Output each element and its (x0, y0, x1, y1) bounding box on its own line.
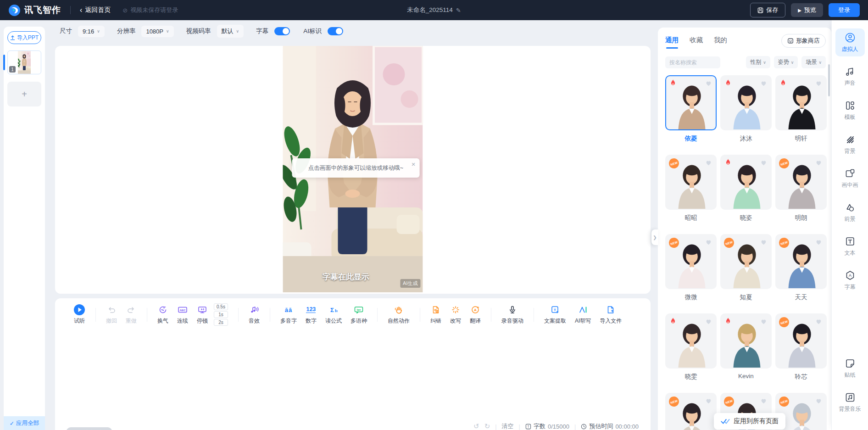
continuous-button[interactable]: ABC 连续 (177, 304, 188, 325)
heart-icon[interactable] (815, 159, 823, 166)
sound-effect-button[interactable]: 音效 (249, 304, 260, 325)
avatar-item[interactable]: NEW 聆芯 (775, 313, 827, 381)
redo-button[interactable]: 重做 (126, 304, 137, 325)
avatar-item[interactable]: NEW 昭昭 (665, 155, 717, 222)
save-button[interactable]: 保存 (750, 3, 785, 17)
avatar-card[interactable]: NEW (775, 155, 827, 210)
filter-gender[interactable]: 性别∨ (746, 56, 770, 68)
heart-icon[interactable] (705, 238, 712, 246)
heart-icon[interactable] (815, 318, 823, 325)
rail-item-text[interactable]: 文本 (835, 232, 865, 260)
avatar-card[interactable]: NEW (775, 75, 827, 130)
panel-scrollbar[interactable] (828, 64, 830, 96)
clear-button[interactable]: 清空 (502, 422, 514, 430)
pause-button[interactable]: 停顿 (197, 304, 208, 325)
rail-item-pip[interactable]: 画中画 (835, 164, 865, 192)
avatar-card[interactable]: NEW (775, 313, 827, 369)
heart-icon[interactable] (815, 79, 823, 87)
avatar-item[interactable]: NEW 依菱 (665, 75, 717, 143)
subtitle-toggle[interactable] (274, 27, 290, 35)
apply-all-button[interactable]: ✓ 应用全部 (4, 416, 45, 430)
avatar-card[interactable]: NEW (665, 234, 717, 289)
correction-button[interactable]: 纠错 (430, 304, 441, 325)
pause-option[interactable]: 1s (214, 311, 228, 318)
voice-drive-button[interactable]: 录音驱动 (501, 304, 523, 325)
undo-button[interactable]: 撤回 (106, 304, 117, 325)
translate-button[interactable]: A 翻译 (470, 304, 481, 325)
avatar-card[interactable]: NEW (720, 75, 772, 130)
avatar-item[interactable]: NEW 天天 (775, 234, 827, 302)
avatar-item[interactable]: NEW 晓姿 (720, 155, 772, 222)
avatar-card[interactable]: NEW (665, 155, 717, 210)
ai-write-button[interactable]: AI帮写 (575, 304, 591, 325)
heart-icon[interactable] (815, 397, 823, 404)
read-formula-button[interactable]: Σ 读公式 (325, 304, 342, 325)
rail-item-voice[interactable]: 声音 (835, 62, 865, 90)
add-slide-button[interactable]: + (7, 82, 41, 106)
text-undo-icon[interactable]: ↺ (473, 422, 479, 430)
rail-item-template[interactable]: 模板 (835, 96, 865, 124)
rail-item-avatar[interactable]: 虚拟人 (835, 28, 865, 56)
login-button[interactable]: 登录 (829, 3, 860, 17)
number-button[interactable]: 123 数字 (306, 304, 317, 325)
slide-thumbnail-1[interactable]: 1 (7, 50, 41, 74)
close-icon[interactable]: × (412, 160, 416, 168)
heart-icon[interactable] (705, 159, 712, 166)
natural-motion-button[interactable]: 自然动作 (388, 304, 410, 325)
multilingual-button[interactable]: lan 多语种 (351, 304, 367, 325)
panel-collapse-handle[interactable]: ❯ (651, 229, 658, 245)
text-redo-icon[interactable]: ↻ (484, 422, 490, 430)
heart-icon[interactable] (705, 397, 712, 404)
polyphone-button[interactable]: ăā 多音字 (280, 304, 297, 325)
pause-option[interactable]: 2s (214, 319, 228, 326)
size-select[interactable]: 9:16∨ (78, 26, 105, 37)
import-file-button[interactable]: 导入文件 (600, 304, 622, 325)
heart-icon[interactable] (760, 238, 768, 246)
rail-item-sticker[interactable]: 贴纸 (835, 354, 865, 382)
edit-title-icon[interactable]: ✎ (456, 7, 461, 14)
avatar-item[interactable]: NEW 知夏 (720, 234, 772, 302)
heart-icon[interactable] (815, 238, 823, 246)
avatar-card[interactable]: NEW (720, 313, 772, 369)
rewrite-button[interactable]: 改写 (450, 304, 461, 325)
tab-mine[interactable]: 我的 (714, 36, 727, 49)
apply-all-pages-tooltip[interactable]: 应用到所有页面 (714, 413, 785, 430)
avatar-item[interactable]: NEW 明轩 (775, 75, 827, 143)
avatar-store-button[interactable]: 形象商店 (781, 34, 826, 48)
avatar-item[interactable]: NEW 晓雯 (665, 313, 717, 381)
ai-mark-toggle[interactable] (328, 27, 343, 35)
avatar-card[interactable]: NEW (775, 234, 827, 289)
avatar-card[interactable]: NEW (665, 75, 717, 130)
heart-icon[interactable] (705, 79, 712, 87)
heart-icon[interactable] (760, 159, 768, 166)
avatar-item[interactable]: NEW Kevin (720, 313, 772, 381)
avatar-card[interactable]: NEW (665, 313, 717, 369)
heart-icon[interactable] (705, 318, 712, 325)
avatar-card[interactable]: NEW (665, 393, 717, 430)
preview-button[interactable]: ▶ 预览 (791, 3, 823, 17)
heart-icon[interactable] (760, 397, 768, 404)
audition-button[interactable]: 试听 (73, 304, 85, 325)
resolution-select[interactable]: 1080P∨ (141, 26, 173, 37)
search-input[interactable] (665, 56, 720, 68)
tab-general[interactable]: 通用 (665, 36, 679, 49)
back-home-button[interactable]: ‹ 返回首页 (80, 6, 111, 14)
filter-scene[interactable]: 场景∨ (801, 56, 826, 68)
filter-pose[interactable]: 姿势∨ (774, 56, 798, 68)
tab-favorites[interactable]: 收藏 (690, 36, 703, 49)
avatar-item[interactable]: NEW 沐沐 (720, 75, 772, 143)
rail-item-bgm[interactable]: 背景音乐 (835, 388, 865, 416)
avatar-card[interactable]: NEW (720, 155, 772, 210)
avatar-item[interactable]: NEW (665, 393, 717, 430)
rail-item-background[interactable]: 背景 (835, 130, 865, 158)
extract-copy-button[interactable]: T 文案提取 (544, 304, 566, 325)
avatar-item[interactable]: NEW 微微 (665, 234, 717, 302)
pause-option[interactable]: 0.5s (214, 303, 228, 310)
heart-icon[interactable] (760, 318, 768, 325)
avatar-item[interactable]: NEW 明朗 (775, 155, 827, 222)
heart-icon[interactable] (760, 79, 768, 87)
bitrate-select[interactable]: 默认∨ (217, 25, 244, 38)
rail-item-subtitle[interactable]: A 字幕 (835, 266, 865, 294)
rail-item-foreground[interactable]: 前景 (835, 198, 865, 226)
video-preview[interactable]: 字幕在此显示 AI生成 点击画面中的形象可以缩放或移动哦~ × (283, 46, 423, 292)
